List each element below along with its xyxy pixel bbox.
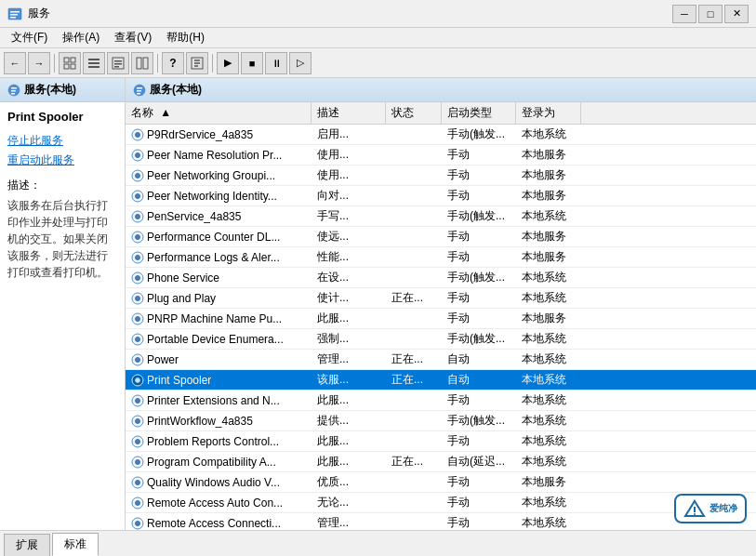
table-row[interactable]: Problem Reports Control...此服...手动本地系统 bbox=[126, 431, 756, 452]
table-row[interactable]: P9RdrService_4a835启用...手动(触发...本地系统 bbox=[126, 125, 756, 145]
svg-point-32 bbox=[136, 152, 140, 157]
table-row[interactable]: Peer Networking Groupi...使用...手动本地服务 bbox=[126, 165, 756, 186]
cell-login: 本地系统 bbox=[516, 268, 581, 287]
service-name-cell: Performance Logs & Aler... bbox=[147, 251, 280, 264]
table-row[interactable]: Print Spooler该服...正在...自动本地系统 bbox=[126, 370, 756, 391]
table-row[interactable]: Program Compatibility A...此服...正在...自动(延… bbox=[126, 452, 756, 472]
cell-login: 本地系统 bbox=[516, 513, 581, 530]
maximize-button[interactable]: □ bbox=[698, 5, 723, 23]
close-button[interactable]: ✕ bbox=[724, 5, 749, 23]
table-row[interactable]: Performance Logs & Aler...性能...手动本地服务 bbox=[126, 247, 756, 268]
cell-login: 本地服务 bbox=[516, 309, 581, 328]
svg-point-36 bbox=[136, 193, 140, 198]
stop-button[interactable]: ■ bbox=[241, 52, 263, 74]
cell-name: PNRP Machine Name Pu... bbox=[126, 309, 312, 328]
svg-rect-14 bbox=[114, 66, 119, 68]
svg-rect-6 bbox=[64, 64, 69, 69]
service-table[interactable]: 名称 ▲ 描述 状态 启动类型 登录为 P9RdrService_4a835启用… bbox=[126, 102, 756, 530]
cell-status bbox=[386, 472, 442, 492]
table-row[interactable]: Performance Counter DL...使远...手动本地服务 bbox=[126, 227, 756, 247]
help-button[interactable]: ? bbox=[162, 52, 184, 74]
table-header: 名称 ▲ 描述 状态 启动类型 登录为 bbox=[126, 102, 756, 125]
col-name[interactable]: 名称 ▲ bbox=[126, 102, 312, 124]
svg-rect-10 bbox=[88, 66, 99, 68]
service-name-cell: Phone Service bbox=[147, 271, 219, 285]
col-startup[interactable]: 启动类型 bbox=[442, 102, 516, 124]
table-row[interactable]: Remote Access Auto Con...无论...手动本地系统 bbox=[126, 493, 756, 513]
service-row-icon bbox=[131, 251, 144, 264]
col-desc[interactable]: 描述 bbox=[312, 102, 386, 124]
cell-desc: 使远... bbox=[312, 227, 386, 246]
menu-item-f[interactable]: 文件(F) bbox=[4, 28, 55, 47]
cell-name: Performance Counter DL... bbox=[126, 227, 312, 246]
play-button[interactable]: ▶ bbox=[217, 52, 239, 74]
table-row[interactable]: PNRP Machine Name Pu...此服...手动本地服务 bbox=[126, 309, 756, 329]
stop-service-link[interactable]: 停止此服务 bbox=[7, 133, 117, 149]
table-row[interactable]: Power管理...正在...自动本地系统 bbox=[126, 350, 756, 370]
svg-point-50 bbox=[136, 337, 140, 341]
service-name-cell: Peer Networking Identity... bbox=[147, 190, 277, 203]
cell-desc: 此服... bbox=[312, 391, 386, 410]
svg-point-38 bbox=[136, 214, 140, 218]
selected-service-name: Print Spooler bbox=[7, 110, 117, 124]
export-button[interactable] bbox=[186, 52, 208, 74]
service-row-icon bbox=[131, 456, 144, 469]
view-btn-4[interactable] bbox=[131, 52, 153, 74]
service-name-cell: Problem Reports Control... bbox=[147, 435, 279, 448]
view-btn-3[interactable] bbox=[107, 52, 129, 74]
cell-name: Plug and Play bbox=[126, 288, 312, 308]
menu-item-v[interactable]: 查看(V) bbox=[107, 28, 159, 47]
table-row[interactable]: Phone Service在设...手动(触发...本地系统 bbox=[126, 268, 756, 288]
restart-service-link[interactable]: 重启动此服务 bbox=[7, 152, 117, 168]
svg-rect-15 bbox=[137, 58, 141, 69]
service-row-icon bbox=[131, 128, 144, 141]
watermark: 爱纯净 bbox=[674, 494, 747, 523]
view-btn-2[interactable] bbox=[83, 52, 105, 74]
forward-button[interactable]: → bbox=[28, 52, 50, 74]
description-label: 描述： bbox=[7, 178, 117, 193]
back-button[interactable]: ← bbox=[4, 52, 26, 74]
table-row[interactable]: Quality Windows Audio V...优质...手动本地服务 bbox=[126, 472, 756, 493]
view-btn-1[interactable] bbox=[59, 52, 81, 74]
cell-status bbox=[386, 309, 442, 328]
cell-desc: 启用... bbox=[312, 125, 386, 144]
menu-item-h[interactable]: 帮助(H) bbox=[159, 28, 212, 47]
service-row-icon bbox=[131, 517, 144, 530]
service-row-icon bbox=[131, 496, 144, 510]
cell-login: 本地服务 bbox=[516, 145, 581, 165]
menu-item-a[interactable]: 操作(A) bbox=[55, 28, 107, 47]
service-row-icon bbox=[131, 231, 144, 244]
table-row[interactable]: Peer Networking Identity...向对...手动本地服务 bbox=[126, 186, 756, 206]
col-status[interactable]: 状态 bbox=[386, 102, 442, 124]
table-row[interactable]: Printer Extensions and N...此服...手动本地系统 bbox=[126, 391, 756, 411]
cell-name: Performance Logs & Aler... bbox=[126, 247, 312, 267]
cell-desc: 优质... bbox=[312, 472, 386, 492]
table-row[interactable]: Plug and Play使计...正在...手动本地系统 bbox=[126, 288, 756, 309]
cell-desc: 管理... bbox=[312, 513, 386, 530]
tab-standard[interactable]: 标准 bbox=[52, 533, 99, 556]
table-row[interactable]: PenService_4a835手写...手动(触发...本地系统 bbox=[126, 206, 756, 227]
minimize-button[interactable]: ─ bbox=[672, 5, 696, 23]
cell-startup: 手动 bbox=[442, 247, 516, 267]
table-row[interactable]: PrintWorkflow_4a835提供...手动(触发...本地系统 bbox=[126, 411, 756, 431]
service-row-icon bbox=[131, 149, 144, 162]
cell-status: 正在... bbox=[386, 350, 442, 369]
cell-status bbox=[386, 329, 442, 349]
tab-expand[interactable]: 扩展 bbox=[4, 534, 50, 556]
table-row[interactable]: Remote Access Connecti...管理...手动本地系统 bbox=[126, 513, 756, 530]
restart-button[interactable]: ▷ bbox=[289, 52, 312, 74]
table-row[interactable]: Portable Device Enumera...强制...手动(触发...本… bbox=[126, 329, 756, 350]
col-login[interactable]: 登录为 bbox=[516, 102, 581, 124]
service-name-cell: PrintWorkflow_4a835 bbox=[147, 415, 253, 428]
service-name-cell: Performance Counter DL... bbox=[147, 231, 280, 244]
cell-name: Problem Reports Control... bbox=[126, 431, 312, 451]
left-panel: 服务(本地) Print Spooler 停止此服务 重启动此服务 描述： 该服… bbox=[0, 78, 126, 530]
service-row-icon bbox=[131, 394, 144, 407]
pause-button[interactable]: ⏸ bbox=[265, 52, 287, 74]
service-name-cell: Program Compatibility A... bbox=[147, 456, 276, 469]
table-row[interactable]: Peer Name Resolution Pr...使用...手动本地服务 bbox=[126, 145, 756, 165]
right-panel-header: 服务(本地) bbox=[126, 78, 756, 102]
service-row-icon bbox=[131, 476, 144, 489]
svg-point-58 bbox=[136, 418, 140, 423]
cell-startup: 手动 bbox=[442, 431, 516, 451]
